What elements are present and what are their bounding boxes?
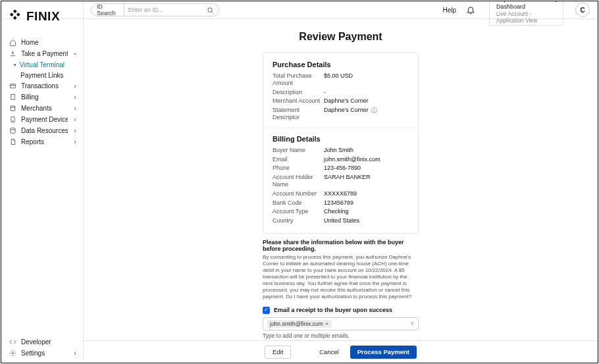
nav-data-resources[interactable]: Data Resources [1, 125, 83, 136]
buyer-name-value: John Smith [324, 147, 353, 154]
row-phone: Phone123-456-7890 [273, 165, 409, 172]
nav-transactions-label: Transactions [21, 82, 68, 90]
bell-icon[interactable] [465, 5, 476, 15]
acct-num-value: XXXXX6789 [324, 190, 357, 197]
row-merchant: Merchant AccountDaphne's Corner [273, 97, 409, 105]
row-email: Emailjohn.smith@finix.com [273, 156, 409, 163]
nav-virtual-terminal-label: Virtual Terminal [20, 61, 65, 68]
total-value: $5.00 USD [324, 72, 353, 87]
nav-reports-label: Reports [21, 138, 68, 145]
process-payment-button[interactable]: Process Payment [350, 346, 417, 359]
country-value: United States [324, 217, 359, 224]
page-title: Review Payment [84, 31, 598, 43]
email-receipt-row[interactable]: Email a receipt to the buyer upon succes… [263, 307, 419, 314]
svg-rect-0 [10, 13, 14, 16]
avatar-initial: C [580, 7, 585, 14]
avatar[interactable]: C [575, 3, 590, 17]
nav-payment-devices[interactable]: Payment Devices [1, 114, 83, 125]
holder-value: SARAH BANKER [324, 174, 371, 188]
row-holder: Account Holder NameSARAH BANKER [273, 174, 409, 188]
svg-rect-3 [16, 13, 20, 16]
info-icon[interactable]: i [371, 107, 377, 113]
total-label: Total Purchase Amount [273, 72, 324, 87]
svg-point-9 [208, 7, 212, 11]
nav-payment-links[interactable]: Payment Links [1, 70, 83, 80]
buyer-name-label: Buyer Name [273, 147, 324, 154]
merchant-value: Daphne's Corner [324, 97, 369, 105]
nav-developer-label: Developer [21, 338, 78, 346]
phone-value: 123-456-7890 [324, 165, 361, 172]
row-acct-num: Account NumberXXXXX6789 [273, 190, 409, 197]
email-receipt-checkbox[interactable] [263, 307, 270, 314]
gear-icon [9, 350, 16, 357]
search-icon[interactable] [206, 5, 215, 15]
acct-type-label: Account Type [273, 208, 324, 215]
search-wrap[interactable]: ID Search [91, 3, 219, 16]
remove-chip-icon[interactable]: × [325, 321, 328, 327]
nav-settings[interactable]: Settings [1, 348, 83, 359]
phone-label: Phone [273, 165, 324, 172]
desc-label: Description [273, 89, 324, 96]
email-label: Email [273, 156, 324, 163]
chevron-right-icon [72, 140, 78, 145]
chevron-right-icon [72, 128, 78, 134]
row-acct-type: Account TypeChecking [273, 208, 409, 215]
account-name: Daphne's Corner Dashboard [496, 1, 556, 11]
receipt-emails-input[interactable]: john.smith@finix.com × × [263, 317, 419, 330]
help-link[interactable]: Help [442, 7, 456, 14]
nav-data-resources-label: Data Resources [21, 127, 68, 134]
topbar: ID Search Help Daphne's Corner Dashboard… [1, 1, 598, 19]
nav-developer[interactable]: Developer [1, 336, 83, 348]
purchase-details-heading: Purchase Details [273, 61, 409, 68]
devices-icon [9, 116, 16, 123]
nav-take-payment[interactable]: Take a Payment [1, 48, 83, 59]
nav-billing-label: Billing [21, 93, 68, 101]
nav-settings-label: Settings [21, 350, 68, 357]
nav-home[interactable]: Home [1, 37, 83, 48]
email-receipt-label: Email a receipt to the buyer upon succes… [274, 307, 392, 313]
nav-transactions[interactable]: Transactions [1, 80, 83, 91]
nav-virtual-terminal[interactable]: Virtual Terminal [1, 59, 83, 70]
nav-reports[interactable]: Reports [1, 136, 83, 147]
logo-text: FINIX [26, 9, 60, 24]
search-tag: ID Search [91, 4, 124, 16]
nav-payment-devices-label: Payment Devices [21, 116, 68, 123]
country-label: Country [273, 217, 324, 224]
svg-rect-1 [13, 10, 17, 13]
desc-value: - [324, 89, 326, 96]
developer-icon [9, 338, 16, 346]
row-country: CountryUnited States [273, 217, 409, 224]
billing-icon [9, 93, 16, 101]
email-chip: john.smith@finix.com × [267, 320, 332, 328]
row-bank-code: Bank Code123456789 [273, 199, 409, 207]
sidebar: FINIX Home Take a Payment Virtual Termin… [1, 1, 84, 363]
acct-type-value: Checking [324, 208, 349, 215]
svg-point-8 [12, 352, 14, 354]
merchant-label: Merchant Account [273, 97, 324, 105]
chevron-down-icon [72, 51, 78, 57]
nav-billing[interactable]: Billing [1, 91, 83, 103]
nav-take-payment-label: Take a Payment [21, 50, 68, 57]
logo-icon [9, 10, 22, 23]
chevron-right-icon [72, 84, 78, 89]
search-input[interactable] [124, 7, 206, 13]
row-statement-descriptor: Statement DescriptorDaphne's Corneri [273, 107, 409, 121]
edit-button[interactable]: Edit [265, 346, 291, 359]
chevron-right-icon [72, 117, 78, 122]
row-description: Description- [273, 89, 409, 96]
svg-point-6 [13, 120, 13, 121]
email-chip-text: john.smith@finix.com [270, 321, 323, 327]
chevron-right-icon [72, 95, 78, 100]
svg-rect-4 [10, 84, 15, 88]
transactions-icon [9, 82, 16, 90]
emails-hint: Type to add one or multiple emails. [263, 332, 419, 339]
nav-merchants[interactable]: Merchants [1, 103, 83, 114]
clear-input-icon[interactable]: × [410, 320, 414, 327]
cancel-button[interactable]: Cancel [312, 346, 346, 359]
nav-home-label: Home [21, 39, 78, 46]
reports-icon [9, 138, 16, 145]
billing-details-heading: Billing Details [273, 135, 409, 143]
holder-label: Account Holder Name [273, 174, 324, 188]
take-payment-icon [9, 50, 16, 57]
review-card: Purchase Details Total Purchase Amount$5… [263, 52, 419, 234]
